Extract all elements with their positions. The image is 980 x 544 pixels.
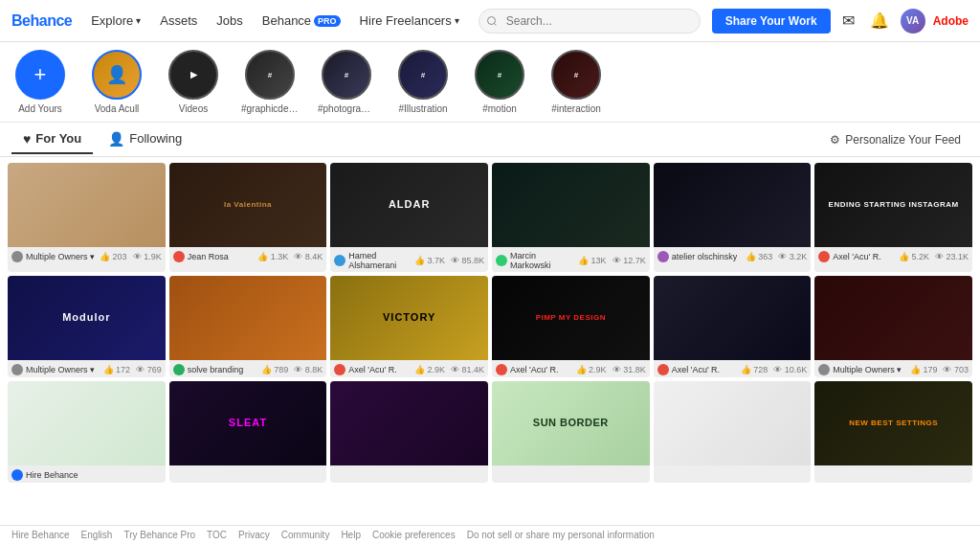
grid-item[interactable]: la ValentinaJean Rosa👍 1.3K👁 8.4K [169, 163, 327, 272]
footer-lang[interactable]: English [81, 530, 113, 540]
grid-item[interactable]: Marcin Markowski👍 13K👁 12.7K [492, 163, 650, 272]
story-add-yours[interactable]: + Add Yours [11, 50, 69, 114]
grid-item-info: Hamed Alshamerani👍 3.7K👁 85.8K [330, 247, 488, 272]
grid-item-author: Multiple Owners ▾ [11, 251, 95, 262]
footer-do-not-sell[interactable]: Do not sell or share my personal informa… [467, 530, 655, 540]
personalize-feed-button[interactable]: ⚙ Personalize Your Feed [822, 129, 969, 150]
grid-item[interactable]: Multiple Owners ▾👍 203👁 1.9K [8, 163, 166, 272]
grid-item-info: Axel 'Acu' R.👍 2.9K👁 81.4K [330, 360, 488, 377]
story-label-voda: Voda Acull [95, 103, 140, 114]
author-avatar [173, 364, 185, 375]
grid-item-stats: 👍 363👁 3.2K [746, 252, 808, 261]
like-count: 👍 172 [103, 365, 131, 374]
story-label-videos: Videos [179, 103, 208, 114]
story-voda[interactable]: 👤 Voda Acull [88, 50, 145, 114]
author-name: Multiple Owners ▾ [26, 252, 95, 261]
multi-owners-chevron-icon: ▾ [895, 365, 902, 374]
grid-item[interactable]: PIMP MY DESIGNAxel 'Acu' R.👍 2.9K👁 31.8K [492, 276, 650, 377]
story-avatar-voda: 👤 [92, 50, 142, 100]
story-interaction[interactable]: # #interaction [547, 50, 605, 114]
grid-item-stats: 👍 179👁 703 [910, 365, 969, 374]
grid-item[interactable]: NEWModulorMultiple Owners ▾👍 172👁 769 [8, 276, 166, 377]
story-label-illustration: #Illustration [398, 103, 447, 114]
view-count: 👁 10.6K [773, 365, 807, 374]
like-count: 👍 203 [100, 252, 127, 261]
avatar[interactable]: VA [901, 9, 925, 34]
tab-following[interactable]: 👤 Following [97, 125, 193, 154]
like-count: 👍 2.9K [414, 365, 445, 374]
nav-behance[interactable]: Behance PRO [255, 10, 348, 32]
grid-item-info: Multiple Owners ▾👍 172👁 769 [8, 360, 166, 377]
grid-item[interactable]: NEWMultiple Owners ▾👍 179👁 703 [814, 276, 972, 377]
footer-help[interactable]: Help [341, 530, 361, 540]
story-label-interaction: #interaction [551, 103, 601, 114]
nav-explore[interactable]: Explore ▾ [83, 10, 148, 32]
grid-item[interactable]: SLEAT [169, 381, 327, 483]
multi-owners-chevron-icon: ▾ [88, 365, 96, 374]
grid-item[interactable]: ENDING STARTING INSTAGRAMAxel 'Acu' R.👍 … [814, 163, 972, 272]
grid-item[interactable]: NEWatelier olschinsky👍 363👁 3.2K [654, 163, 812, 272]
author-avatar [818, 251, 830, 262]
nav-jobs[interactable]: Jobs [209, 10, 250, 32]
grid-item-info: Marcin Markowski👍 13K👁 12.7K [492, 247, 650, 272]
grid-item[interactable]: FOLLOWINGHire Behance [8, 381, 166, 483]
footer-try-pro[interactable]: Try Behance Pro [123, 530, 195, 540]
share-button[interactable]: Share Your Work [712, 9, 831, 34]
add-story-button[interactable]: + [15, 50, 65, 100]
story-videos[interactable]: ▶ Videos [165, 50, 222, 114]
grid-item[interactable]: FOLLOWINGSUN BORDER [492, 381, 650, 483]
adobe-logo: Adobe [933, 14, 969, 28]
author-name: Hamed Alshamerani [348, 251, 414, 270]
grid-item-info: Axel 'Acu' R.👍 728👁 10.6K [654, 360, 812, 377]
grid-item-author: Multiple Owners ▾ [818, 364, 902, 375]
grid-item-info: atelier olschinsky👍 363👁 3.2K [654, 247, 812, 264]
grid-item[interactable]: solve branding👍 789👁 8.8K [169, 276, 327, 377]
view-count: 👁 769 [136, 365, 162, 374]
grid-item-author: Axel 'Acu' R. [334, 364, 396, 375]
author-avatar [173, 251, 185, 262]
grid-item-stats: 👍 728👁 10.6K [741, 365, 808, 374]
grid-item-stats: 👍 3.7K👁 85.8K [414, 256, 484, 265]
tab-for-you[interactable]: ♥ For You [11, 125, 93, 154]
like-count: 👍 2.9K [576, 365, 607, 374]
view-count: 👁 703 [943, 365, 969, 374]
story-graphicdesign[interactable]: # #graphicdesign [241, 50, 299, 114]
nav-assets[interactable]: Assets [152, 10, 205, 32]
like-count: 👍 1.3K [257, 252, 288, 261]
footer-hire[interactable]: Hire Behance [11, 530, 70, 540]
view-count: 👁 31.8K [612, 365, 646, 374]
grid-item[interactable] [330, 381, 488, 483]
footer-privacy[interactable]: Privacy [238, 530, 270, 540]
footer-toc[interactable]: TOC [207, 530, 227, 540]
story-photography[interactable]: # #photography [318, 50, 375, 114]
grid-item[interactable]: ALDARHamed Alshamerani👍 3.7K👁 85.8K [330, 163, 488, 272]
mail-icon[interactable]: ✉ [838, 8, 858, 34]
story-thumb-graphicdesign: # [245, 50, 295, 100]
footer-community[interactable]: Community [281, 530, 330, 540]
author-avatar [334, 255, 345, 266]
author-name: Hire Behance [26, 470, 78, 480]
grid-item-info: Axel 'Acu' R.👍 2.9K👁 31.8K [492, 360, 650, 377]
grid-item-author: Hire Behance [11, 469, 78, 481]
bell-icon[interactable]: 🔔 [866, 8, 893, 34]
author-name: Multiple Owners ▾ [26, 365, 95, 374]
footer-cookies[interactable]: Cookie preferences [372, 530, 456, 540]
grid-item[interactable]: FOLLOWING [654, 381, 812, 483]
story-illustration[interactable]: # #Illustration [394, 50, 452, 114]
grid-item[interactable]: Axel 'Acu' R.👍 728👁 10.6K [654, 276, 812, 377]
grid-item-author: Axel 'Acu' R. [496, 364, 558, 375]
search-input[interactable] [479, 9, 701, 34]
like-count: 👍 5.2K [899, 252, 929, 261]
story-thumb-interaction: # [551, 50, 601, 100]
svg-point-0 [487, 16, 495, 24]
author-avatar [334, 364, 345, 375]
story-thumb-photography: # [322, 50, 371, 100]
grid-item[interactable]: NEW BEST SETTINGS [814, 381, 972, 483]
nav-hire-freelancers[interactable]: Hire Freelancers ▾ [352, 10, 467, 32]
author-avatar [11, 251, 23, 262]
story-motion[interactable]: # #motion [471, 50, 528, 114]
grid-item-author: Hamed Alshamerani [334, 251, 414, 270]
grid-item-stats: 👍 2.9K👁 31.8K [576, 365, 646, 374]
grid-item-stats: 👍 5.2K👁 23.1K [899, 252, 969, 261]
grid-item[interactable]: VICTORYAxel 'Acu' R.👍 2.9K👁 81.4K [330, 276, 488, 377]
